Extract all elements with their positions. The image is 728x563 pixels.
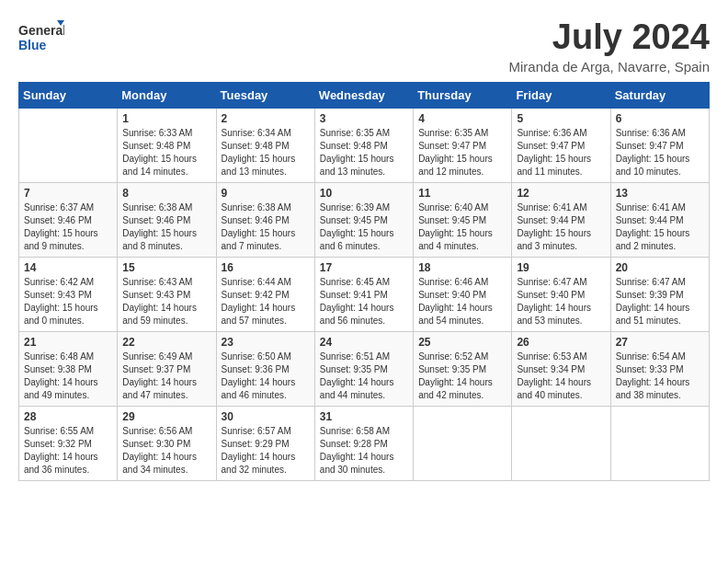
day-info: Sunrise: 6:56 AMSunset: 9:30 PMDaylight:… [122,426,197,475]
day-info: Sunrise: 6:52 AMSunset: 9:35 PMDaylight:… [418,351,493,400]
calendar-cell: 4 Sunrise: 6:35 AMSunset: 9:47 PMDayligh… [414,108,512,182]
day-info: Sunrise: 6:49 AMSunset: 9:37 PMDaylight:… [122,351,197,400]
day-number: 12 [517,187,605,200]
day-info: Sunrise: 6:35 AMSunset: 9:48 PMDaylight:… [320,128,394,177]
day-number: 1 [122,112,210,125]
calendar-cell: 22 Sunrise: 6:49 AMSunset: 9:37 PMDaylig… [118,331,216,406]
logo-svg: General Blue [18,18,64,59]
page-header: General Blue July 2024 Miranda de Arga, … [18,18,710,75]
day-info: Sunrise: 6:47 AMSunset: 9:40 PMDaylight:… [517,277,591,326]
day-number: 5 [517,112,605,125]
day-number: 21 [24,336,112,349]
calendar-week-row: 21 Sunrise: 6:48 AMSunset: 9:38 PMDaylig… [19,331,710,406]
location-subtitle: Miranda de Arga, Navarre, Spain [509,59,710,75]
day-number: 8 [122,187,210,200]
day-number: 20 [616,261,704,274]
calendar-cell: 15 Sunrise: 6:43 AMSunset: 9:43 PMDaylig… [118,257,216,331]
day-info: Sunrise: 6:58 AMSunset: 9:28 PMDaylight:… [320,426,394,475]
calendar-cell: 28 Sunrise: 6:55 AMSunset: 9:32 PMDaylig… [19,406,118,480]
calendar-cell: 16 Sunrise: 6:44 AMSunset: 9:42 PMDaylig… [216,257,314,331]
calendar-cell: 19 Sunrise: 6:47 AMSunset: 9:40 PMDaylig… [512,257,610,331]
calendar-cell: 14 Sunrise: 6:42 AMSunset: 9:43 PMDaylig… [19,257,118,331]
calendar-cell: 29 Sunrise: 6:56 AMSunset: 9:30 PMDaylig… [118,406,216,480]
weekday-header: Monday [118,82,216,108]
day-info: Sunrise: 6:47 AMSunset: 9:39 PMDaylight:… [616,277,690,326]
calendar-cell: 24 Sunrise: 6:51 AMSunset: 9:35 PMDaylig… [314,331,413,406]
day-number: 28 [24,410,112,423]
day-number: 4 [418,112,506,125]
day-info: Sunrise: 6:37 AMSunset: 9:46 PMDaylight:… [24,202,98,251]
day-info: Sunrise: 6:39 AMSunset: 9:45 PMDaylight:… [320,202,394,251]
day-number: 18 [418,261,506,274]
day-number: 24 [320,336,408,349]
calendar-cell: 18 Sunrise: 6:46 AMSunset: 9:40 PMDaylig… [414,257,512,331]
day-info: Sunrise: 6:40 AMSunset: 9:45 PMDaylight:… [418,202,493,251]
day-info: Sunrise: 6:38 AMSunset: 9:46 PMDaylight:… [122,202,197,251]
day-number: 17 [320,261,408,274]
day-info: Sunrise: 6:33 AMSunset: 9:48 PMDaylight:… [122,128,197,177]
day-number: 6 [616,112,704,125]
day-number: 10 [320,187,408,200]
calendar-cell: 23 Sunrise: 6:50 AMSunset: 9:36 PMDaylig… [216,331,314,406]
calendar-week-row: 28 Sunrise: 6:55 AMSunset: 9:32 PMDaylig… [19,406,710,480]
day-number: 2 [222,112,310,125]
calendar-cell: 11 Sunrise: 6:40 AMSunset: 9:45 PMDaylig… [414,182,512,257]
day-info: Sunrise: 6:35 AMSunset: 9:47 PMDaylight:… [418,128,493,177]
weekday-header: Saturday [610,82,709,108]
weekday-header: Friday [512,82,610,108]
calendar-cell: 3 Sunrise: 6:35 AMSunset: 9:48 PMDayligh… [314,108,413,182]
calendar-cell: 7 Sunrise: 6:37 AMSunset: 9:46 PMDayligh… [19,182,118,257]
calendar-cell: 27 Sunrise: 6:54 AMSunset: 9:33 PMDaylig… [610,331,709,406]
calendar-cell: 25 Sunrise: 6:52 AMSunset: 9:35 PMDaylig… [414,331,512,406]
day-number: 3 [320,112,408,125]
month-year-title: July 2024 [509,18,710,57]
day-info: Sunrise: 6:50 AMSunset: 9:36 PMDaylight:… [222,351,296,400]
day-number: 22 [122,336,210,349]
calendar-cell [414,406,512,480]
day-info: Sunrise: 6:51 AMSunset: 9:35 PMDaylight:… [320,351,394,400]
calendar-week-row: 7 Sunrise: 6:37 AMSunset: 9:46 PMDayligh… [19,182,710,257]
day-number: 14 [24,261,112,274]
calendar-cell: 9 Sunrise: 6:38 AMSunset: 9:46 PMDayligh… [216,182,314,257]
day-info: Sunrise: 6:57 AMSunset: 9:29 PMDaylight:… [222,426,296,475]
day-number: 23 [222,336,310,349]
weekday-header: Wednesday [314,82,413,108]
day-info: Sunrise: 6:48 AMSunset: 9:38 PMDaylight:… [24,351,98,400]
day-info: Sunrise: 6:53 AMSunset: 9:34 PMDaylight:… [517,351,591,400]
day-number: 25 [418,336,506,349]
day-info: Sunrise: 6:38 AMSunset: 9:46 PMDaylight:… [222,202,296,251]
calendar-cell: 5 Sunrise: 6:36 AMSunset: 9:47 PMDayligh… [512,108,610,182]
day-number: 16 [222,261,310,274]
day-number: 9 [222,187,310,200]
calendar-cell: 20 Sunrise: 6:47 AMSunset: 9:39 PMDaylig… [610,257,709,331]
day-info: Sunrise: 6:44 AMSunset: 9:42 PMDaylight:… [222,277,296,326]
calendar-cell [19,108,118,182]
day-info: Sunrise: 6:55 AMSunset: 9:32 PMDaylight:… [24,426,98,475]
day-number: 7 [24,187,112,200]
day-number: 30 [222,410,310,423]
svg-text:Blue: Blue [18,38,47,52]
calendar-cell: 10 Sunrise: 6:39 AMSunset: 9:45 PMDaylig… [314,182,413,257]
weekday-header: Thursday [414,82,512,108]
day-info: Sunrise: 6:54 AMSunset: 9:33 PMDaylight:… [616,351,690,400]
day-number: 19 [517,261,605,274]
svg-text:General: General [18,23,64,38]
day-number: 15 [122,261,210,274]
calendar-cell: 12 Sunrise: 6:41 AMSunset: 9:44 PMDaylig… [512,182,610,257]
day-info: Sunrise: 6:36 AMSunset: 9:47 PMDaylight:… [616,128,690,177]
calendar-cell: 26 Sunrise: 6:53 AMSunset: 9:34 PMDaylig… [512,331,610,406]
calendar-cell [610,406,709,480]
day-number: 31 [320,410,408,423]
calendar-cell: 30 Sunrise: 6:57 AMSunset: 9:29 PMDaylig… [216,406,314,480]
day-number: 13 [616,187,704,200]
day-info: Sunrise: 6:36 AMSunset: 9:47 PMDaylight:… [517,128,591,177]
day-info: Sunrise: 6:41 AMSunset: 9:44 PMDaylight:… [616,202,690,251]
day-number: 11 [418,187,506,200]
logo: General Blue [18,18,64,59]
day-info: Sunrise: 6:42 AMSunset: 9:43 PMDaylight:… [24,277,98,326]
calendar-week-row: 1 Sunrise: 6:33 AMSunset: 9:48 PMDayligh… [19,108,710,182]
day-number: 29 [122,410,210,423]
calendar-cell: 8 Sunrise: 6:38 AMSunset: 9:46 PMDayligh… [118,182,216,257]
calendar-cell: 21 Sunrise: 6:48 AMSunset: 9:38 PMDaylig… [19,331,118,406]
calendar-week-row: 14 Sunrise: 6:42 AMSunset: 9:43 PMDaylig… [19,257,710,331]
